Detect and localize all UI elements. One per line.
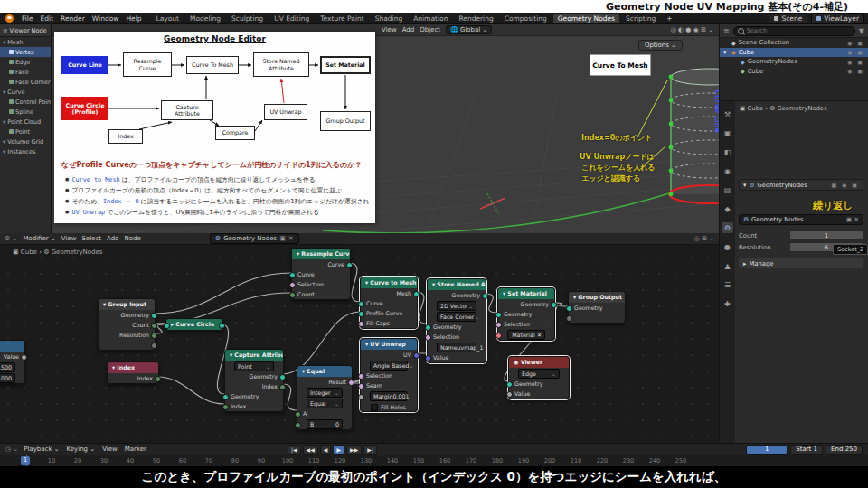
node-uv-unwrap[interactable]: ▾ UV UnwrapUVAngle Based⌄SelectionSeamMa… [360,338,418,412]
end-frame-field[interactable]: End 250 [826,445,863,455]
node-curve-to-mesh[interactable]: ▾ Curve to MeshMeshCurveProfile CurveFil… [360,277,418,329]
workspace-tab-animation[interactable]: Animation [409,14,452,23]
socket[interactable] [506,381,513,388]
spreadsheet-item-volume-grid[interactable]: ▾Volume Grid [0,136,51,146]
visibility-icons[interactable]: ◉ ▣ [847,68,864,74]
socket[interactable] [358,394,364,400]
socket[interactable] [413,291,420,297]
socket[interactable] [151,343,157,349]
workspace-tab-rendering[interactable]: Rendering [454,14,497,23]
node-enum-uv-unwrap[interactable]: Angle Based⌄ [370,361,408,371]
socket[interactable] [151,333,157,339]
workspace-tab-uv-editing[interactable]: UV Editing [269,14,314,23]
viewport-menu-view[interactable]: View [382,26,397,33]
node-field-partial-node[interactable]: 0.500 [0,362,15,372]
node-checkbox-uv-unwrap[interactable]: Fill Holes [366,401,411,413]
start-frame-field[interactable]: Start 1 [790,445,823,455]
timeline-ruler[interactable]: 1 10203040506070809010011012013014015016… [0,455,868,467]
socket[interactable] [219,323,225,329]
properties-tab-5[interactable]: ◆ [722,203,733,214]
spreadsheet-item-spline[interactable]: Spline [0,107,51,117]
node-row-material-[interactable]: Material ✕ [498,330,554,340]
transport-2[interactable]: ◀ [320,445,332,455]
socket[interactable] [279,384,286,390]
properties-tab-6[interactable]: ⚙ [722,222,733,233]
chevron-down-icon[interactable]: ▾ [743,182,746,189]
blender-logo-icon[interactable] [5,14,14,23]
node-group-output[interactable]: ▾ Group OutputGeometry [568,291,626,324]
socket[interactable] [358,301,364,307]
visibility-icons[interactable]: ◉ ▣ [847,40,864,46]
node-header-index[interactable]: ▾ Index [108,362,158,373]
current-frame-field[interactable]: 1 [746,445,788,455]
spreadsheet-item-face-corner[interactable]: Face Corner [0,77,51,87]
manage-section[interactable]: ▸ Manage [739,258,863,268]
socket[interactable] [566,315,572,322]
menu-window[interactable]: Window [89,14,123,23]
properties-tab-1[interactable]: ▣ [722,127,733,138]
node-field-store-named-attribute[interactable]: Nameuvmap_1 [437,343,476,352]
menu-file[interactable]: File [18,14,37,23]
add-workspace-button[interactable]: + [662,14,676,23]
timeline-editor-icon[interactable]: ◷ ⌄ [5,446,18,453]
unlink-icon[interactable]: ▣ ✕ [846,216,859,223]
spreadsheet-item-face[interactable]: Face [0,67,51,77]
node-group-input[interactable]: ▾ Group InputGeometryCountResolution [98,298,156,351]
node-curve-circle[interactable]: ▸ Curve Circle [165,318,223,331]
workspace-tab-layout[interactable]: Layout [151,14,184,23]
node-header-uv-unwrap[interactable]: ▾ UV Unwrap [361,339,417,350]
node-header-set-material[interactable]: ▾ Set Material [498,288,554,299]
socket[interactable] [358,383,364,389]
transport-1[interactable]: ◀◀ [303,445,318,455]
workspace-tab-sculpting[interactable]: Sculpting [227,14,268,23]
properties-tab-7[interactable]: ● [722,241,733,252]
node-enum-capture-attribute[interactable]: Point⌄ [234,361,274,371]
transport-4[interactable]: ▶▶ [346,445,362,455]
socket[interactable] [164,323,170,329]
spreadsheet-item-mesh[interactable]: ▾Mesh [0,37,51,47]
3d-viewport[interactable]: ViewAddObject🌐 Global ⌄◎ ◐ ● ◉ ⊞ ⌄ [52,24,719,233]
node-store-named-attribute[interactable]: ▾ Store Named Attrib...Geometry2D Vector… [427,278,486,363]
socket[interactable] [279,374,286,380]
spreadsheet-item-point-cloud[interactable]: ▾Point Cloud [0,117,51,127]
timeline-menu-keying[interactable]: Keying ⌄ [67,446,96,453]
socket[interactable] [289,292,296,298]
node-editor-menu-view[interactable]: View [61,235,77,242]
socket[interactable] [289,272,296,278]
node-row-name[interactable]: Nameuvmap_1 [428,343,486,352]
node-row-1-000[interactable]: 1.000 [0,373,24,383]
modifier-display-toggles[interactable]: ▦ ◉ ▣ [832,182,859,188]
node-row-equal[interactable]: Equal⌄ [297,399,352,408]
node-row-edge[interactable]: Edge⌄ [509,369,569,379]
outliner-row-scene-collection[interactable]: ◆Scene Collection◉ ▣ [720,38,868,48]
properties-tab-10[interactable]: ✚ [722,298,733,309]
playhead-frame-badge[interactable]: 1 [21,456,30,465]
node-resample-curve[interactable]: ▾ Resample CurveCurveCurveSelectionCount [291,248,351,300]
node-editor[interactable]: ⚙ ⌄ Modifier ⌄ ViewSelectAddNode ⚙ Geome… [0,233,719,443]
node-editor-menu-node[interactable]: Node [125,235,141,242]
socket[interactable] [289,282,296,288]
modifier-entry[interactable]: ▾ ⚙ GeometryNodes ▦ ◉ ▣ [739,179,863,191]
node-enum-equal[interactable]: Integer⌄ [307,388,343,398]
workspace-tab-scripting[interactable]: Scripting [621,14,660,23]
node-row-0-500[interactable]: 0.500 [0,362,24,372]
outliner-row-geometrynodes[interactable]: ◆GeometryNodes◉ ▣ [720,57,868,67]
checkbox-icon[interactable] [371,404,378,411]
node-enum-store-named-attribute[interactable]: Face Corner⌄ [437,312,476,322]
fake-user-icon[interactable]: ▣ [279,235,286,242]
spreadsheet-header[interactable]: ≣Viewer Node [0,24,51,37]
node-row-margin[interactable]: Margin0.001 [361,391,417,401]
workspace-tab-texture-paint[interactable]: Texture Paint [316,14,368,23]
node-row-point[interactable]: Point⌄ [225,361,283,371]
transport-0[interactable]: |◀ [288,445,301,455]
properties-tab-4[interactable]: ▤ [722,184,733,195]
properties-tab-8[interactable]: ▲ [722,260,733,271]
visibility-icons[interactable]: ◉ ▣ [847,59,864,65]
node-header-curve-circle[interactable]: ▸ Curve Circle [166,319,222,330]
socket[interactable] [21,354,27,361]
node-group-selector[interactable]: ⚙ Geometry Nodes ▣ ✕ [739,214,863,225]
node-field-equal[interactable]: B0 [307,419,343,429]
property-value[interactable]: 1 [789,230,863,240]
outliner-search-input[interactable]: Search [733,26,855,36]
node-header-resample-curve[interactable]: ▾ Resample Curve [292,249,350,259]
